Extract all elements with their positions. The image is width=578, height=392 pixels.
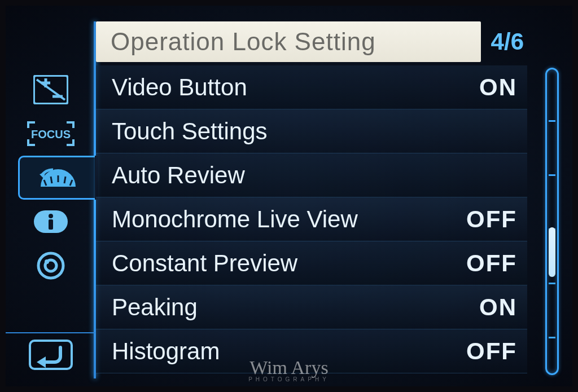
svg-point-13 <box>49 214 53 218</box>
scrollbar-tick <box>549 337 555 338</box>
menu-item-histogram[interactable]: Histogram OFF <box>96 329 527 373</box>
sidebar-cat-dial[interactable] <box>18 156 96 200</box>
svg-marker-19 <box>37 356 46 368</box>
main-panel: Operation Lock Setting 4/6 Video Button … <box>96 6 572 386</box>
menu-title-bar[interactable]: Operation Lock Setting <box>96 21 481 62</box>
menu-item-label: Touch Settings <box>112 118 517 145</box>
menu-item-touch-settings[interactable]: Touch Settings <box>96 109 527 153</box>
menu-item-value: ON <box>479 294 517 321</box>
dial-icon <box>36 163 80 192</box>
menu-item-peaking[interactable]: Peaking ON <box>96 285 527 329</box>
svg-point-17 <box>45 259 49 264</box>
camera-menu-screen: FOCUS <box>6 6 572 386</box>
menu-item-label: Constant Preview <box>112 250 466 277</box>
menu-item-auto-review[interactable]: Auto Review <box>96 153 527 197</box>
menu-item-label: Video Button <box>112 74 479 101</box>
info-icon <box>33 209 69 234</box>
page-indicator: 4/6 <box>488 28 527 55</box>
menu-title: Operation Lock Setting <box>111 28 376 56</box>
menu-item-value: ON <box>479 74 517 101</box>
svg-line-7 <box>51 177 52 183</box>
scrollbar-tick <box>549 283 555 284</box>
back-icon <box>29 340 73 370</box>
menu-item-label: Histogram <box>112 338 466 365</box>
focus-icon: FOCUS <box>27 121 75 146</box>
svg-text:FOCUS: FOCUS <box>31 128 71 140</box>
menu-item-constant-preview[interactable]: Constant Preview OFF <box>96 241 527 285</box>
sidebar-cat-lens[interactable] <box>6 244 96 288</box>
exposure-comp-icon <box>33 75 68 104</box>
sidebar-cat-info[interactable] <box>6 200 96 244</box>
svg-point-15 <box>38 253 63 278</box>
menu-item-monochrome-live-view[interactable]: Monochrome Live View OFF <box>96 197 527 241</box>
svg-rect-14 <box>49 219 53 230</box>
menu-item-value: OFF <box>466 206 517 233</box>
svg-rect-18 <box>30 341 72 369</box>
sidebar-cat-exposure-comp[interactable] <box>6 68 96 112</box>
scrollbar-thumb[interactable] <box>549 227 555 277</box>
menu-header: Operation Lock Setting 4/6 <box>96 21 527 62</box>
menu-item-value: OFF <box>466 338 517 365</box>
menu-list: Video Button ON Touch Settings Auto Revi… <box>96 65 527 386</box>
lens-icon <box>36 251 65 280</box>
category-sidebar: FOCUS <box>6 6 96 386</box>
scrollbar-tick <box>549 174 555 176</box>
scrollbar-track[interactable] <box>545 68 559 375</box>
menu-item-video-button[interactable]: Video Button ON <box>96 65 527 109</box>
back-button[interactable] <box>6 332 96 376</box>
menu-item-label: Auto Review <box>112 162 517 189</box>
menu-item-label: Peaking <box>112 294 479 321</box>
menu-item-value: OFF <box>466 250 517 277</box>
svg-line-9 <box>64 177 65 183</box>
scrollbar-tick <box>549 120 555 122</box>
sidebar-cat-focus[interactable]: FOCUS <box>6 112 96 156</box>
menu-item-label: Monochrome Live View <box>112 206 466 233</box>
